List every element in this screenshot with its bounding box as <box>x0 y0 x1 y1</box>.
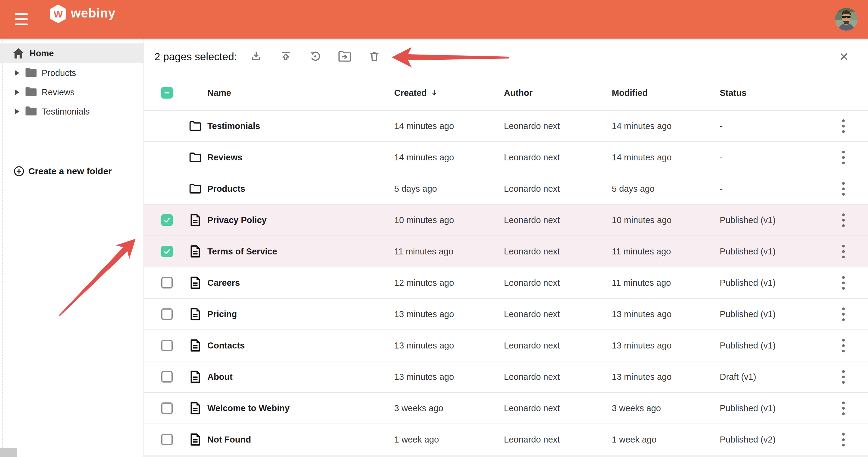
table-row[interactable]: About 13 minutes ago Leonardo next 13 mi… <box>144 361 868 393</box>
row-menu-button[interactable] <box>837 336 849 355</box>
table-row[interactable]: Products 5 days ago Leonardo next 5 days… <box>144 173 868 205</box>
row-menu-button[interactable] <box>837 305 849 323</box>
sidebar-home-label: Home <box>30 49 54 59</box>
row-name[interactable]: Terms of Service <box>207 247 277 256</box>
table-row[interactable]: Pricing 13 minutes ago Leonardo next 13 … <box>144 299 868 330</box>
row-author: Leonardo next <box>504 372 560 382</box>
row-name[interactable]: Pricing <box>207 309 237 319</box>
row-name[interactable]: Privacy Policy <box>207 215 267 225</box>
sidebar-folder-products[interactable]: Products <box>0 63 144 83</box>
column-header-modified[interactable]: Modified <box>612 88 648 98</box>
kebab-menu-icon <box>842 370 845 384</box>
row-menu-button[interactable] <box>837 242 849 261</box>
avatar[interactable] <box>835 8 858 31</box>
column-header-name[interactable]: Name <box>207 88 231 98</box>
row-name[interactable]: Contacts <box>207 341 245 351</box>
row-checkbox[interactable] <box>161 402 173 414</box>
row-author: Leonardo next <box>504 278 560 288</box>
sidebar-item-home[interactable]: Home <box>0 43 144 63</box>
publish-button[interactable] <box>280 51 292 63</box>
row-checkbox[interactable] <box>161 434 173 445</box>
folder-icon <box>19 86 37 98</box>
kebab-menu-icon <box>842 433 845 447</box>
table-row[interactable]: Reviews 14 minutes ago Leonardo next 14 … <box>144 142 868 173</box>
row-checkbox[interactable] <box>161 277 173 288</box>
row-modified: 13 minutes ago <box>612 372 672 382</box>
table-row[interactable]: Terms of Service 11 minutes ago Leonardo… <box>144 236 868 267</box>
row-checkbox[interactable] <box>161 340 173 351</box>
kebab-menu-icon <box>842 151 845 164</box>
top-app-bar: W webiny <box>0 0 868 38</box>
row-modified: 11 minutes ago <box>612 278 671 288</box>
row-author: Leonardo next <box>504 121 560 131</box>
create-folder-label: Create a new folder <box>28 166 112 176</box>
folder-icon <box>189 184 202 194</box>
row-name[interactable]: Welcome to Webiny <box>207 403 290 413</box>
table-row[interactable]: Testimonials 14 minutes ago Leonardo nex… <box>144 111 868 142</box>
expand-caret-icon[interactable] <box>15 109 19 114</box>
move-to-folder-button[interactable] <box>339 51 351 63</box>
main-content: 2 pages selected: Name Created <box>144 38 868 457</box>
expand-caret-icon[interactable] <box>15 90 19 95</box>
sidebar-folder-label: Reviews <box>41 87 75 97</box>
kebab-menu-icon <box>842 401 845 415</box>
row-author: Leonardo next <box>504 435 560 445</box>
bulk-actions <box>250 38 380 75</box>
webiny-logo[interactable]: W webiny <box>50 4 116 24</box>
sidebar-folder-testimonials[interactable]: Testimonials <box>0 102 144 121</box>
row-author: Leonardo next <box>504 215 560 225</box>
folder-icon <box>189 152 202 162</box>
row-modified: 3 weeks ago <box>612 403 661 413</box>
table-row[interactable]: Contacts 13 minutes ago Leonardo next 13… <box>144 330 868 361</box>
select-all-checkbox[interactable] <box>161 87 173 98</box>
menu-icon[interactable] <box>15 13 28 25</box>
row-menu-button[interactable] <box>837 430 849 449</box>
row-name[interactable]: Careers <box>207 278 240 288</box>
row-name[interactable]: Testimonials <box>207 121 260 131</box>
close-icon[interactable] <box>839 52 849 62</box>
create-folder-button[interactable]: Create a new folder <box>0 161 144 181</box>
download-button[interactable] <box>250 51 262 63</box>
column-header-created[interactable]: Created <box>394 88 439 98</box>
row-modified: 14 minutes ago <box>612 121 672 131</box>
row-menu-button[interactable] <box>837 180 849 198</box>
row-checkbox[interactable] <box>161 371 173 383</box>
row-menu-button[interactable] <box>837 368 849 386</box>
row-name[interactable]: Reviews <box>207 153 242 162</box>
folder-tree: Products Reviews Testimonials <box>0 63 144 121</box>
row-modified: 10 minutes ago <box>612 215 672 225</box>
table-row[interactable]: Privacy Policy 10 minutes ago Leonardo n… <box>144 205 868 236</box>
row-name[interactable]: About <box>207 372 233 382</box>
selected-count-label: 2 pages selected: <box>154 51 237 63</box>
row-author: Leonardo next <box>504 153 560 162</box>
row-name[interactable]: Products <box>207 184 245 194</box>
row-created: 14 minutes ago <box>394 153 454 162</box>
sidebar-folder-reviews[interactable]: Reviews <box>0 83 144 102</box>
column-header-status[interactable]: Status <box>720 88 747 98</box>
table-row[interactable]: Not Found 1 week ago Leonardo next 1 wee… <box>144 424 868 456</box>
document-icon <box>189 402 202 415</box>
column-header-author[interactable]: Author <box>504 88 532 98</box>
document-icon <box>189 308 202 321</box>
row-status: Published (v2) <box>720 435 775 445</box>
row-checkbox[interactable] <box>161 214 173 226</box>
webiny-logo-icon: W <box>50 4 67 24</box>
expand-caret-icon[interactable] <box>15 70 19 76</box>
table-row[interactable]: Careers 12 minutes ago Leonardo next 11 … <box>144 267 868 299</box>
row-status: Published (v1) <box>720 215 775 225</box>
table-body: Testimonials 14 minutes ago Leonardo nex… <box>144 111 868 456</box>
row-checkbox[interactable] <box>161 308 173 320</box>
row-name[interactable]: Not Found <box>207 435 251 445</box>
row-menu-button[interactable] <box>837 148 849 166</box>
row-menu-button[interactable] <box>837 211 849 229</box>
unpublish-button[interactable] <box>309 51 321 63</box>
table-row[interactable]: Welcome to Webiny 3 weeks ago Leonardo n… <box>144 393 868 424</box>
row-checkbox[interactable] <box>161 246 173 257</box>
row-created: 13 minutes ago <box>394 372 454 382</box>
row-menu-button[interactable] <box>837 399 849 417</box>
table-header: Name Created Author Modified Status <box>144 75 868 111</box>
row-menu-button[interactable] <box>837 274 849 292</box>
trash-icon <box>368 50 380 64</box>
row-menu-button[interactable] <box>837 117 849 135</box>
delete-button[interactable] <box>368 51 380 63</box>
